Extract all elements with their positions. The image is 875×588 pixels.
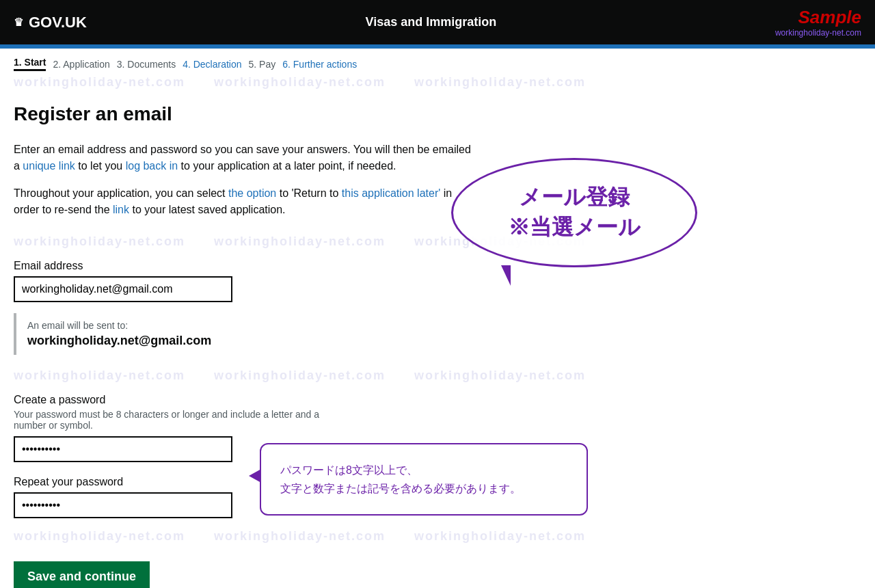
crown-icon: ♛ [14, 16, 23, 29]
repeat-label: Repeat your password [14, 476, 232, 488]
password-bubble-container: パスワードは8文字以上で、文字と数字または記号を含める必要があります。 [260, 443, 588, 516]
email-input[interactable] [14, 276, 232, 302]
breadcrumb: 1. Start 2. Application 3. Documents 4. … [0, 49, 875, 71]
email-confirm-value: workingholiday.net@gmail.com [27, 334, 345, 348]
password-bubble-text: パスワードは8文字以上で、文字と数字または記号を含める必要があります。 [280, 461, 567, 498]
password-bubble: パスワードは8文字以上で、文字と数字または記号を含める必要があります。 [260, 443, 588, 516]
watermark-row-4: workingholiday-net.com workingholiday-ne… [14, 529, 738, 544]
bubble-tail [501, 265, 511, 286]
description-2: Throughout your application, you can sel… [14, 185, 479, 218]
breadcrumb-sep-1: 2. Application [53, 59, 109, 70]
email-bubble: メール登録 ※当選メール [451, 158, 697, 267]
page-title: Register an email [14, 103, 738, 125]
email-confirm-hint: An email will be sent to: [27, 320, 345, 331]
header-title: Visas and Immigration [87, 15, 775, 29]
logo: ♛ GOV.UK [14, 14, 87, 31]
password-label: Create a password [14, 394, 738, 406]
breadcrumb-item-declaration[interactable]: 4. Declaration [183, 59, 241, 70]
save-button[interactable]: Save and continue [14, 561, 150, 588]
bubble-line2: ※当選メール [508, 213, 641, 243]
sample-label: Sample [775, 7, 861, 28]
breadcrumb-item-further[interactable]: 6. Further actions [282, 59, 357, 70]
breadcrumb-item-start[interactable]: 1. Start [14, 57, 46, 71]
email-info-box: An email will be sent to: workingholiday… [14, 313, 355, 355]
repeat-input[interactable] [14, 492, 232, 518]
password-bubble-tail [249, 469, 261, 483]
password-form-group: Create a password Your password must be … [14, 394, 738, 518]
watermark-row-3: workingholiday-net.com workingholiday-ne… [14, 369, 738, 383]
email-bubble-container: メール登録 ※当選メール [451, 158, 697, 267]
password-input[interactable] [14, 436, 232, 462]
password-input-row: Repeat your password パスワードは8文字以上で、文字と数字ま… [14, 436, 738, 518]
header: ♛ GOV.UK Visas and Immigration Sample wo… [0, 0, 875, 44]
watermark-sub: workingholiday-net.com [775, 28, 861, 38]
breadcrumb-sep-2: 3. Documents [117, 59, 176, 70]
main-content: Register an email Enter an email address… [0, 90, 752, 588]
bubble-line1: メール登録 [519, 183, 630, 213]
header-right: Sample workingholiday-net.com [775, 7, 861, 38]
password-inputs: Repeat your password [14, 436, 232, 518]
description-1: Enter an email address and password so y… [14, 142, 479, 174]
password-hint: Your password must be 8 characters or lo… [14, 409, 342, 431]
watermark-row-1: workingholiday-net.com workingholiday-ne… [0, 71, 875, 90]
breadcrumb-sep-3: 5. Pay [249, 59, 276, 70]
logo-text: GOV.UK [29, 14, 87, 31]
